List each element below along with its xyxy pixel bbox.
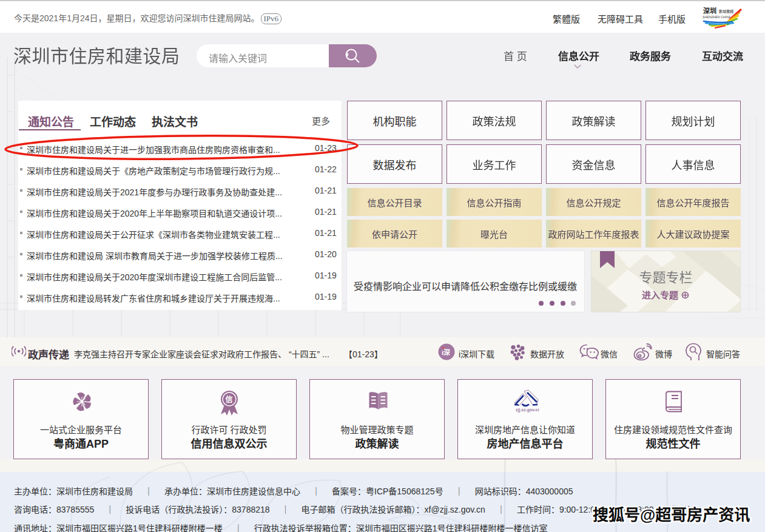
svg-text:信: 信 (226, 395, 233, 404)
svg-text:鹏城展翅: 鹏城展翅 (719, 9, 733, 14)
svg-text:zjj.sz.gov.cn: zjj.sz.gov.cn (516, 408, 539, 412)
svg-text:i深: i深 (442, 348, 450, 356)
svg-text:深圳: 深圳 (703, 7, 716, 15)
svg-text:SHENZHEN CHINA: SHENZHEN CHINA (703, 15, 731, 19)
